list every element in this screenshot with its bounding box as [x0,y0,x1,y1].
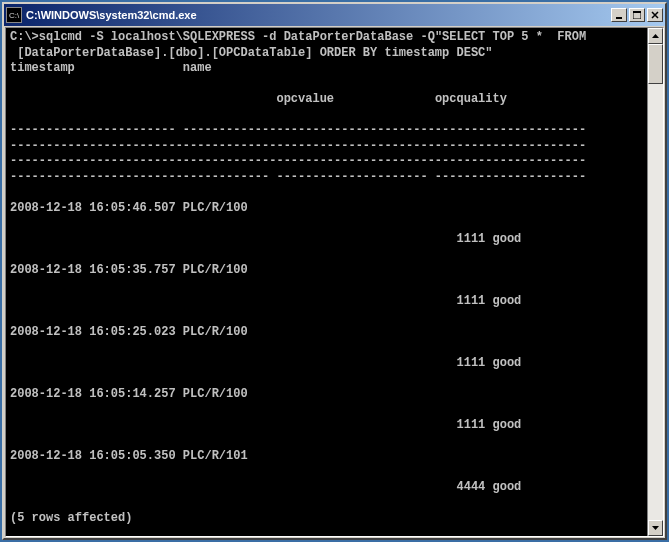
hdr-opcquality: opcquality [435,92,507,106]
table-row: 2008-12-18 16:05:35.757 PLC/R/100 [10,263,248,277]
svg-rect-2 [633,11,641,13]
opcquality: good [493,294,522,308]
opcquality: good [493,356,522,370]
opcvalue: 1111 [456,418,485,432]
opcvalue: 4444 [456,480,485,494]
sep1: ----------------------- ----------------… [10,123,586,137]
client-area: C:\>sqlcmd -S localhost\SQLEXPRESS -d Da… [5,27,664,537]
hdr-opcvalue: opcvalue [276,92,334,106]
app-icon: C:\ [6,7,22,23]
scroll-up-button[interactable] [648,28,663,44]
sep2: ----------------------------------------… [10,139,586,153]
cmd-window: C:\ C:\WINDOWS\system32\cmd.exe C:\>sqlc… [2,2,667,540]
table-row: 2008-12-18 16:05:25.023 PLC/R/100 [10,325,248,339]
opcquality: good [493,232,522,246]
opcvalue: 1111 [456,232,485,246]
window-buttons [611,8,663,22]
cmd-line2: [DataPorterDataBase].[dbo].[OPCDataTable… [10,46,492,60]
table-row: 2008-12-18 16:05:46.507 PLC/R/100 [10,201,248,215]
scroll-down-button[interactable] [648,520,663,536]
prompt: C:\> [10,30,39,44]
sep3: ----------------------------------------… [10,154,586,168]
minimize-button[interactable] [611,8,627,22]
opcquality: good [493,480,522,494]
chevron-down-icon [652,526,659,530]
window-title: C:\WINDOWS\system32\cmd.exe [26,9,611,21]
opcvalue: 1111 [456,356,485,370]
titlebar[interactable]: C:\ C:\WINDOWS\system32\cmd.exe [4,4,665,26]
opcvalue: 1111 [456,294,485,308]
terminal-output[interactable]: C:\>sqlcmd -S localhost\SQLEXPRESS -d Da… [6,28,647,536]
minimize-icon [615,11,623,19]
hdr-name: name [183,61,212,75]
rows-affected: (5 rows affected) [10,511,132,525]
vertical-scrollbar[interactable] [647,28,663,536]
hdr-timestamp: timestamp [10,61,75,75]
maximize-icon [633,11,641,19]
maximize-button[interactable] [629,8,645,22]
sep4: ------------------------------------ ---… [10,170,586,184]
close-icon [651,11,659,19]
cmd-line1: sqlcmd -S localhost\SQLEXPRESS -d DataPo… [39,30,586,44]
table-row: 2008-12-18 16:05:14.257 PLC/R/100 [10,387,248,401]
table-row: 2008-12-18 16:05:05.350 PLC/R/101 [10,449,248,463]
opcquality: good [493,418,522,432]
close-button[interactable] [647,8,663,22]
chevron-up-icon [652,34,659,38]
scroll-track[interactable] [648,44,663,520]
scroll-thumb[interactable] [648,44,663,84]
svg-rect-0 [616,17,622,19]
